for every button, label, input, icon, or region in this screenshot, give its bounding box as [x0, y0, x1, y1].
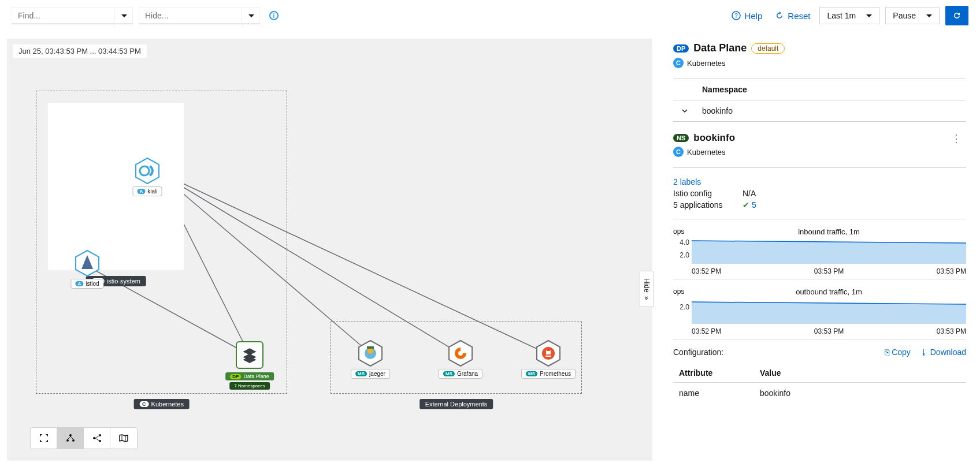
chevron-right-icon: »: [643, 296, 651, 300]
node-istiod[interactable]: A istiod: [75, 251, 99, 275]
dp-badge: DP: [673, 44, 689, 53]
side-panel: DP Data Plane default C Kubernetes Names…: [659, 32, 980, 467]
layout-1-button[interactable]: [57, 428, 84, 449]
graph-layout2-icon: [92, 434, 102, 443]
outbound-chart-svg: [692, 298, 966, 324]
reset-button[interactable]: Reset: [771, 11, 814, 21]
cluster-external-label: External Deployments: [420, 399, 493, 409]
inbound-chart-svg: [692, 238, 966, 264]
duration-select[interactable]: Last 1m: [819, 7, 879, 24]
panel-cluster-line: C Kubernetes: [673, 58, 966, 68]
layers-icon: [242, 347, 258, 363]
node-grafana[interactable]: MS Grafana: [448, 341, 473, 365]
subgroup-istio-system: NS istio-system: [48, 103, 184, 270]
chart-xaxis: 03:52 PM 03:53 PM 03:53 PM: [673, 324, 966, 335]
graph-layout-icon: [66, 434, 75, 443]
attr-table: Attribute Value name bookinfo: [673, 364, 966, 404]
node-jaeger[interactable]: MS jaeger: [358, 341, 383, 365]
svg-point-22: [93, 437, 95, 439]
hexagon-icon: [534, 339, 562, 367]
node-kiali-label: A kiali: [132, 186, 162, 196]
layout-2-button[interactable]: [84, 428, 110, 449]
outbound-chart: ops outbound traffic, 1m 2.0 03:52 PM 03…: [673, 279, 966, 339]
graph-canvas[interactable]: Jun 25, 03:43:53 PM ... 03:44:53 PM C Ku…: [7, 39, 652, 461]
find-caret[interactable]: [114, 7, 133, 24]
ns-badge: NS: [673, 134, 689, 142]
timestamp-label: Jun 25, 03:43:53 PM ... 03:44:53 PM: [13, 44, 147, 58]
fit-button[interactable]: [31, 428, 57, 449]
default-badge: default: [751, 43, 785, 54]
kebab-menu[interactable]: ⋮: [951, 132, 962, 145]
hide-dropdown: [139, 7, 260, 24]
svg-rect-15: [367, 346, 374, 349]
svg-point-23: [99, 434, 101, 436]
map-icon: [119, 434, 128, 443]
namespace-table-header: Namespace: [673, 79, 966, 100]
hexagon-icon: [447, 339, 474, 367]
svg-marker-26: [692, 302, 966, 324]
hexagon-icon: [357, 339, 384, 367]
hide-caret[interactable]: [242, 7, 260, 24]
node-istiod-label: A istiod: [70, 279, 103, 289]
chevron-down-icon: [121, 14, 127, 17]
svg-point-21: [72, 439, 75, 442]
reset-icon: [775, 11, 784, 20]
refresh-button[interactable]: [945, 6, 968, 25]
namespace-column-header: Namespace: [696, 85, 747, 94]
svg-marker-25: [692, 241, 966, 264]
chart-yaxis: 4.0 2.0: [673, 238, 692, 259]
namespace-detail: NS bookinfo C Kubernetes ⋮: [673, 122, 966, 168]
layout-3-button[interactable]: [110, 428, 137, 449]
labels-link[interactable]: 2 labels: [673, 177, 966, 186]
node-prometheus[interactable]: MS Prometheus: [536, 341, 560, 365]
config-block: Configuration: ⎘ Copy ⭳ Download Attribu…: [673, 339, 966, 404]
chevron-down-icon: [926, 14, 932, 17]
node-jaeger-label: MS jaeger: [351, 369, 390, 379]
node-dataplane[interactable]: DPData Plane 7 Namespaces: [236, 341, 263, 369]
check-icon: ✔: [743, 200, 749, 210]
hexagon-icon: [73, 249, 101, 277]
graph-toolbar: [30, 427, 138, 449]
question-circle-icon: ?: [732, 11, 741, 20]
node-prometheus-label: MS Prometheus: [521, 369, 576, 379]
cluster-kubernetes-label: C Kubernetes: [133, 399, 190, 409]
top-toolbar: i ? Help Reset Last 1m Pause: [0, 0, 980, 32]
namespace-row[interactable]: bookinfo: [673, 100, 966, 122]
inbound-chart: ops inbound traffic, 1m 4.0 2.0 03:52 PM…: [673, 219, 966, 279]
download-button[interactable]: ⭳ Download: [920, 348, 966, 357]
main-area: Jun 25, 03:43:53 PM ... 03:44:53 PM C Ku…: [0, 32, 980, 467]
refresh-icon: [952, 11, 962, 20]
cluster-badge: C: [139, 401, 149, 407]
node-dataplane-label: DPData Plane 7 Namespaces: [225, 372, 274, 390]
info-icon[interactable]: i: [269, 11, 279, 20]
find-dropdown: [12, 7, 133, 24]
chevron-down-icon: [248, 14, 254, 17]
cluster-badge: C: [673, 58, 684, 68]
svg-text:?: ?: [735, 13, 738, 19]
node-kiali[interactable]: A kiali: [135, 159, 159, 183]
pause-select[interactable]: Pause: [885, 7, 940, 24]
expand-icon: [39, 434, 49, 443]
svg-marker-16: [449, 341, 472, 366]
panel-title: Data Plane: [693, 42, 747, 54]
copy-button[interactable]: ⎘ Copy: [885, 348, 911, 357]
svg-point-20: [66, 439, 69, 442]
config-title: Configuration:: [673, 348, 723, 357]
node-grafana-label: MS Grafana: [439, 369, 482, 379]
panel-header: DP Data Plane default: [673, 42, 966, 54]
chevron-down-icon: [866, 14, 872, 17]
chart-xaxis: 03:52 PM 03:53 PM 03:53 PM: [673, 264, 966, 275]
ns-name: bookinfo: [693, 132, 735, 144]
apps-count-link[interactable]: ✔5: [743, 200, 756, 210]
hexagon-icon: [133, 157, 161, 185]
help-button[interactable]: ? Help: [728, 11, 766, 21]
attr-row: name bookinfo: [673, 382, 966, 404]
info-block: 2 labels Istio configN/A 5 applications✔…: [673, 168, 966, 219]
svg-point-14: [368, 348, 373, 354]
copy-icon: ⎘: [885, 348, 892, 357]
chart-yaxis: 2.0: [673, 298, 692, 311]
svg-point-19: [69, 434, 72, 436]
chevron-down-icon: [673, 106, 696, 115]
cluster-badge: C: [673, 147, 684, 157]
hide-panel-tab[interactable]: Hide »: [640, 271, 654, 307]
